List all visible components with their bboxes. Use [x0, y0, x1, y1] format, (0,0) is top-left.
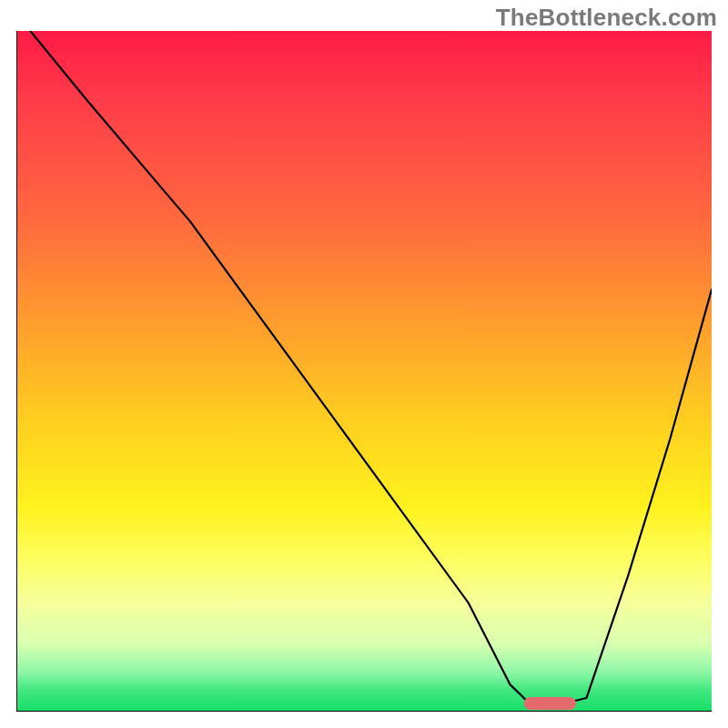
- watermark-text: TheBottleneck.com: [496, 4, 717, 32]
- plot-area: [16, 31, 712, 712]
- chart-stage: TheBottleneck.com: [0, 0, 728, 728]
